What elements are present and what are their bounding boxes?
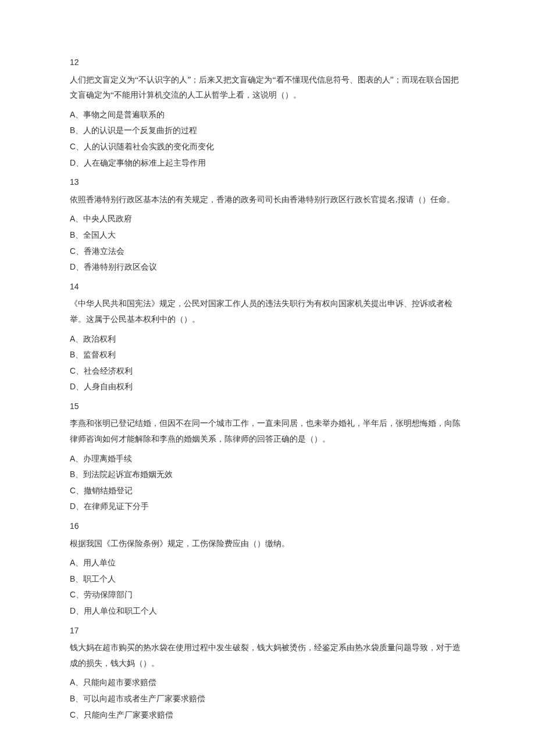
question-stem: 根据我国《工伤保险条例》规定，工伤保险费应由（）缴纳。 — [70, 536, 465, 552]
option-letter: D、 — [70, 382, 84, 391]
option-letter: D、 — [70, 501, 84, 511]
option: C、香港立法会 — [70, 243, 465, 260]
question-number: 12 — [70, 55, 465, 70]
option-text: 人的认识随着社会实践的变化而变化 — [84, 142, 214, 151]
option: B、职工个人 — [70, 571, 465, 587]
option-text: 办理离婚手续 — [83, 454, 132, 463]
option-letter: A、 — [70, 454, 83, 463]
option-text: 到法院起诉宣布婚姻无效 — [83, 470, 173, 479]
question-number: 13 — [70, 174, 465, 190]
option-letter: A、 — [70, 678, 83, 687]
question-number: 15 — [70, 399, 465, 414]
option-text: 人身自由权利 — [84, 382, 133, 391]
option-text: 可以向超市或者生产厂家要求赔偿 — [83, 694, 205, 703]
option: B、监督权利 — [70, 347, 465, 363]
option: A、中央人民政府 — [70, 211, 465, 227]
option-text: 香港特别行政区会议 — [84, 263, 157, 271]
option-text: 全国人大 — [83, 231, 116, 239]
option-letter: B、 — [70, 230, 83, 239]
option: B、到法院起诉宣布婚姻无效 — [70, 467, 465, 483]
option-letter: D、 — [70, 158, 84, 167]
option-text: 只能向生产厂家要求赔偿 — [84, 711, 173, 719]
question-options: A、事物之间是普遍联系的 B、人的认识是一个反复曲折的过程 C、人的认识随着社会… — [70, 107, 465, 171]
question-options: A、只能向超市要求赔偿 B、可以向超市或者生产厂家要求赔偿 C、只能向生产厂家要… — [70, 675, 465, 723]
option-letter: B、 — [70, 694, 83, 703]
option: B、全国人大 — [70, 227, 465, 243]
option-text: 人在确定事物的标准上起主导作用 — [84, 159, 206, 167]
question-stem: 人们把文盲定义为“不认识字的人”；后来又把文盲确定为“看不懂现代信息符号、图表的… — [70, 73, 465, 103]
option: A、办理离婚手续 — [70, 451, 465, 467]
option: D、在律师见证下分手 — [70, 499, 465, 515]
option-letter: C、 — [70, 710, 84, 719]
option-letter: B、 — [70, 470, 83, 479]
option: B、人的认识是一个反复曲折的过程 — [70, 123, 465, 139]
option-text: 中央人民政府 — [83, 214, 132, 223]
option: D、人在确定事物的标准上起主导作用 — [70, 155, 465, 171]
option-letter: C、 — [70, 246, 84, 256]
question-options: A、用人单位 B、职工个人 C、劳动保障部门 D、用人单位和职工个人 — [70, 555, 465, 619]
option: C、人的认识随着社会实践的变化而变化 — [70, 139, 465, 155]
option-text: 劳动保障部门 — [84, 590, 133, 599]
option-letter: D、 — [70, 606, 84, 615]
option-text: 社会经济权利 — [84, 367, 133, 375]
question-stem: 《中华人民共和国宪法》规定，公民对国家工作人员的违法失职行为有权向国家机关提出申… — [70, 296, 465, 327]
option: C、撤销结婚登记 — [70, 483, 465, 499]
option-letter: C、 — [70, 366, 84, 375]
option: D、用人单位和职工个人 — [70, 603, 465, 619]
option-letter: B、 — [70, 126, 83, 135]
option-text: 用人单位 — [83, 558, 116, 567]
question-number: 17 — [70, 623, 465, 639]
question-stem: 钱大妈在超市购买的热水袋在使用过程中发生破裂，钱大妈被烫伤，经鉴定系由热水袋质量… — [70, 640, 465, 671]
question-number: 16 — [70, 518, 465, 534]
option-text: 在律师见证下分手 — [84, 502, 149, 511]
option-text: 监督权利 — [83, 350, 116, 359]
question-stem: 依照香港特别行政区基本法的有关规定，香港的政务司司长由香港特别行政区行政长官提名… — [70, 192, 465, 208]
option-letter: C、 — [70, 590, 84, 599]
question-stem: 李燕和张明已登记结婚，但因不在同一个城市工作，一直未同居，也未举办婚礼，半年后，… — [70, 416, 465, 447]
question-options: A、办理离婚手续 B、到法院起诉宣布婚姻无效 C、撤销结婚登记 D、在律师见证下… — [70, 451, 465, 515]
exam-page: 12 人们把文盲定义为“不认识字的人”；后来又把文盲确定为“看不懂现代信息符号、… — [0, 0, 535, 756]
option-text: 人的认识是一个反复曲折的过程 — [83, 126, 197, 135]
option-text: 职工个人 — [83, 575, 116, 583]
option-letter: A、 — [70, 334, 83, 343]
option-letter: C、 — [70, 486, 84, 495]
option: A、政治权利 — [70, 331, 465, 347]
option-text: 香港立法会 — [84, 247, 124, 256]
option: C、社会经济权利 — [70, 363, 465, 379]
option-letter: B、 — [70, 350, 83, 359]
option: B、可以向超市或者生产厂家要求赔偿 — [70, 691, 465, 707]
option-text: 政治权利 — [83, 335, 116, 343]
question-options: A、中央人民政府 B、全国人大 C、香港立法会 D、香港特别行政区会议 — [70, 211, 465, 275]
option: A、事物之间是普遍联系的 — [70, 107, 465, 123]
option: C、劳动保障部门 — [70, 587, 465, 603]
option-text: 只能向超市要求赔偿 — [83, 678, 156, 687]
option: D、香港特别行政区会议 — [70, 259, 465, 275]
option: A、只能向超市要求赔偿 — [70, 675, 465, 691]
question-number: 14 — [70, 279, 465, 295]
option: D、人身自由权利 — [70, 379, 465, 395]
option: A、用人单位 — [70, 555, 465, 571]
option-text: 用人单位和职工个人 — [84, 607, 157, 615]
option-letter: A、 — [70, 558, 83, 567]
question-options: A、政治权利 B、监督权利 C、社会经济权利 D、人身自由权利 — [70, 331, 465, 395]
option: C、只能向生产厂家要求赔偿 — [70, 707, 465, 723]
option-letter: A、 — [70, 214, 83, 223]
option-letter: A、 — [70, 110, 83, 119]
option-letter: D、 — [70, 262, 84, 271]
option-letter: B、 — [70, 574, 83, 583]
option-letter: C、 — [70, 142, 84, 151]
option-text: 撤销结婚登记 — [84, 486, 133, 495]
option-text: 事物之间是普遍联系的 — [83, 110, 165, 119]
